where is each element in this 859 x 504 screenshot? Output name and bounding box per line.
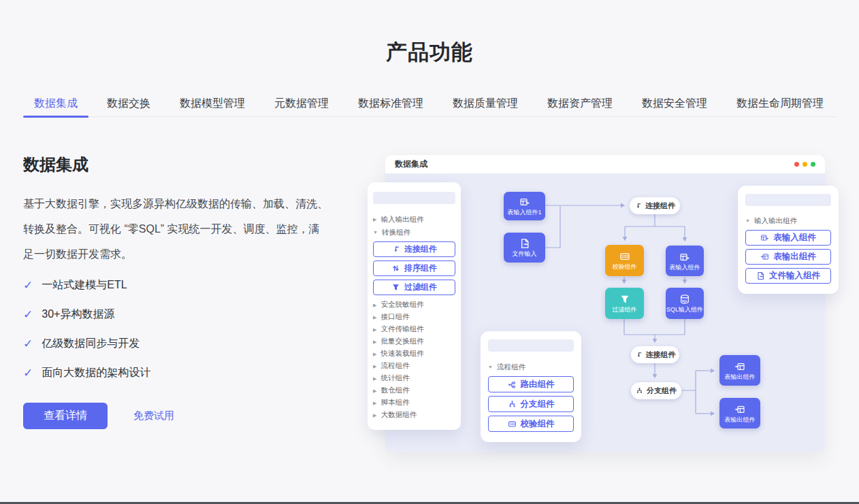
caret-right-icon: ▶ <box>373 303 376 307</box>
tab-data-model-mgmt[interactable]: 数据模型管理 <box>169 91 256 116</box>
flow-node-branch[interactable]: 分支组件 <box>631 382 681 399</box>
tab-metadata-mgmt[interactable]: 元数据管理 <box>263 91 340 116</box>
group-security-mask[interactable]: ▶ 安全脱敏组件 <box>373 299 455 311</box>
view-details-button[interactable]: 查看详情 <box>23 403 108 429</box>
component-search-input[interactable] <box>488 339 574 352</box>
flow-node-validate[interactable]: 校验组件 <box>605 245 644 276</box>
flow-node-table-output-2[interactable]: 表输出组件 <box>719 398 760 429</box>
flow-node-label: 过滤组件 <box>613 307 637 313</box>
group-label: 统计组件 <box>380 373 409 383</box>
palette-file-input-button[interactable]: 文件输入组件 <box>745 268 831 284</box>
group-process-components[interactable]: ▼ 流程组件 <box>488 360 574 373</box>
palette-table-output-button[interactable]: 表输出组件 <box>745 249 831 265</box>
tab-data-lifecycle-mgmt[interactable]: 数据生命周期管理 <box>726 91 834 116</box>
group-label: 输入输出组件 <box>380 215 423 224</box>
group-label: 脚本组件 <box>380 398 409 407</box>
feature-label: 一站式建模与ETL <box>42 278 127 292</box>
component-palette-process: ▼ 流程组件 路由组件 分支组件 校验组件 <box>481 331 581 442</box>
caret-right-icon: ▶ <box>373 327 376 332</box>
caret-right-icon: ▶ <box>373 388 376 393</box>
filter-funnel-icon <box>619 294 630 305</box>
group-label: 数仓组件 <box>380 386 409 395</box>
group-label: 大数据组件 <box>380 410 417 420</box>
group-file-transfer[interactable]: ▶ 文件传输组件 <box>373 323 455 335</box>
section-heading: 数据集成 <box>23 154 88 175</box>
feature-label: 面向大数据的架构设计 <box>42 366 150 380</box>
tab-data-security-mgmt[interactable]: 数据安全管理 <box>631 91 718 116</box>
flow-node-label: 表输出组件 <box>725 374 756 380</box>
maximize-window-icon[interactable] <box>811 162 815 167</box>
flow-node-label: 表输入组件1 <box>507 209 541 216</box>
collapsed-group-list: ▶ 安全脱敏组件 ▶ 接口组件 ▶ 文件传输组件 ▶ 批量交换组件 ▶ 快速装载… <box>373 299 455 421</box>
file-input-icon <box>519 238 530 249</box>
feature-item: ✓ 面向大数据的架构设计 <box>23 364 150 382</box>
section-description: 基于大数据引擎，实现多源异构亿级数据的传输、加载、清洗、转换及整合。可视化 “零… <box>23 191 328 267</box>
flow-node-sql-input[interactable]: SQL输入组件 <box>666 288 704 319</box>
group-interface[interactable]: ▶ 接口组件 <box>373 311 455 323</box>
palette-route-button[interactable]: 路由组件 <box>488 376 574 392</box>
component-search-input[interactable] <box>745 194 831 206</box>
validate-123-icon <box>508 420 517 429</box>
group-io-components[interactable]: ▼ 输入输出组件 <box>745 214 831 227</box>
group-transform-components[interactable]: ▼ 转换组件 <box>373 226 455 239</box>
group-io-components[interactable]: ▶ 输入输出组件 <box>373 213 455 226</box>
flow-node-filter[interactable]: 过滤组件 <box>605 288 644 319</box>
palette-branch-button[interactable]: 分支组件 <box>488 396 574 412</box>
tab-data-asset-mgmt[interactable]: 数据资产管理 <box>536 91 623 116</box>
feature-tabbar: 数据集成 数据交换 数据模型管理 元数据管理 数据标准管理 数据质量管理 数据资… <box>23 91 836 117</box>
group-process[interactable]: ▶ 流程组件 <box>373 360 455 372</box>
tab-data-quality-mgmt[interactable]: 数据质量管理 <box>442 91 529 116</box>
window-title: 数据集成 <box>395 158 427 170</box>
palette-button-label: 表输入组件 <box>773 232 816 243</box>
flow-node-connect-2[interactable]: 连接组件 <box>631 346 679 363</box>
palette-validate-button[interactable]: 校验组件 <box>488 416 574 432</box>
feature-item: ✓ 30+异构数据源 <box>23 305 150 323</box>
group-warehouse[interactable]: ▶ 数仓组件 <box>373 384 455 397</box>
group-label: 接口组件 <box>380 312 409 322</box>
feature-label: 亿级数据同步与开发 <box>42 337 140 351</box>
flow-node-label: 分支组件 <box>647 386 677 396</box>
palette-button-label: 连接组件 <box>404 243 437 255</box>
group-label: 流程组件 <box>497 363 525 372</box>
group-script[interactable]: ▶ 脚本组件 <box>373 397 455 409</box>
caret-right-icon: ▶ <box>373 376 376 381</box>
caret-down-icon: ▼ <box>373 230 378 235</box>
flow-node-label: 文件输入 <box>513 251 537 257</box>
table-input-icon <box>679 252 690 263</box>
group-label: 批量交换组件 <box>380 337 423 346</box>
palette-filter-button[interactable]: 过滤组件 <box>373 280 455 295</box>
palette-table-input-button[interactable]: 表输入组件 <box>745 230 831 246</box>
tab-data-standard-mgmt[interactable]: 数据标准管理 <box>347 91 434 116</box>
sort-icon <box>391 264 400 273</box>
free-trial-link[interactable]: 免费试用 <box>133 409 174 422</box>
check-icon: ✓ <box>23 338 33 350</box>
connector-icon <box>634 202 642 209</box>
flow-node-table-input-1[interactable]: 表输入组件1 <box>504 192 545 220</box>
tab-data-integration[interactable]: 数据集成 <box>23 91 88 116</box>
group-bigdata[interactable]: ▶ 大数据组件 <box>373 409 455 421</box>
group-statistics[interactable]: ▶ 统计组件 <box>373 372 455 384</box>
group-fast-load[interactable]: ▶ 快速装载组件 <box>373 348 455 360</box>
component-search-input[interactable] <box>373 192 455 204</box>
flow-node-file-input[interactable]: 文件输入 <box>504 233 545 263</box>
page-title: 产品功能 <box>0 38 859 67</box>
palette-connect-button[interactable]: 连接组件 <box>373 241 455 257</box>
feature-item: ✓ 一站式建模与ETL <box>23 276 150 294</box>
flow-node-label: 表输入组件 <box>670 265 700 271</box>
caret-right-icon: ▶ <box>373 364 376 369</box>
palette-button-label: 表输出组件 <box>773 251 816 263</box>
close-window-icon[interactable] <box>794 162 799 167</box>
caret-right-icon: ▶ <box>373 339 376 344</box>
caret-down-icon: ▼ <box>488 365 493 369</box>
minimize-window-icon[interactable] <box>803 162 807 167</box>
connector-icon <box>635 351 643 358</box>
flow-node-table-input-2[interactable]: 表输入组件 <box>666 246 704 276</box>
tab-data-exchange[interactable]: 数据交换 <box>96 91 161 116</box>
branch-icon <box>508 400 517 409</box>
group-batch-exchange[interactable]: ▶ 批量交换组件 <box>373 335 455 348</box>
flow-node-connect-1[interactable]: 连接组件 <box>630 197 680 214</box>
table-input-icon <box>519 197 530 207</box>
flow-node-table-output-1[interactable]: 表输出组件 <box>719 355 760 386</box>
palette-sort-button[interactable]: 排序组件 <box>373 261 455 276</box>
filter-funnel-icon <box>391 283 400 292</box>
